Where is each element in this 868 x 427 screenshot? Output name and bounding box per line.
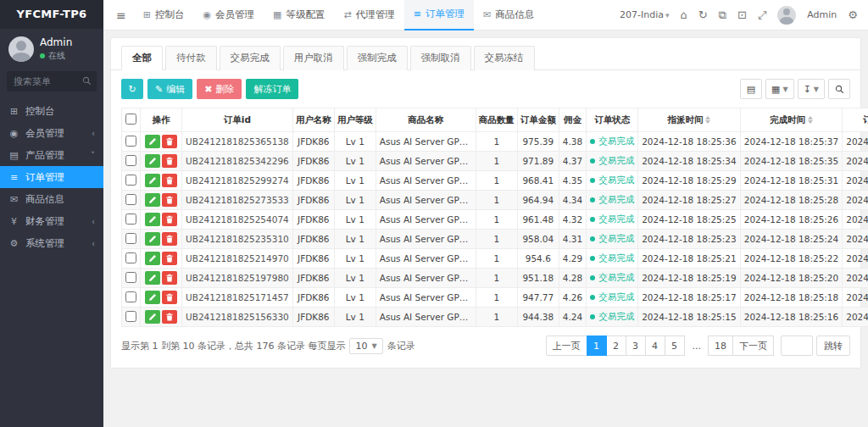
edit-row-button[interactable] xyxy=(145,213,160,226)
row-checkbox[interactable] xyxy=(125,252,136,263)
row-checkbox[interactable] xyxy=(125,272,136,283)
tab-user-cancel[interactable]: 用户取消 xyxy=(283,46,344,70)
pagination-page-3[interactable]: 3 xyxy=(626,336,646,356)
edit-row-button[interactable] xyxy=(145,193,160,207)
sidebar-item-console[interactable]: ⊞控制台 xyxy=(0,100,103,122)
column-header-assign_time[interactable]: 指派时间 xyxy=(638,108,741,132)
edit-row-button[interactable] xyxy=(145,154,160,168)
row-checkbox[interactable] xyxy=(125,233,136,244)
edit-row-button[interactable] xyxy=(145,252,160,265)
edit-row-button[interactable] xyxy=(145,135,160,148)
row-checkbox[interactable] xyxy=(125,155,136,166)
sidebar-item-system[interactable]: ⚙系统管理‹ xyxy=(0,232,103,254)
pagination-page-2[interactable]: 2 xyxy=(606,336,626,356)
export-button[interactable]: ↧▼ xyxy=(798,79,825,99)
row-checkbox[interactable] xyxy=(125,214,136,225)
tab-pending-pay[interactable]: 待付款 xyxy=(165,46,217,70)
cell-finish_time: 2024-12-18 18:25:28 xyxy=(740,191,843,210)
refresh-icon[interactable]: ↻ xyxy=(698,9,708,20)
sidebar-item-finance[interactable]: ¥财务管理‹ xyxy=(0,210,103,232)
row-checkbox[interactable] xyxy=(125,136,136,147)
top-nav-levels[interactable]: ▦等级配置 xyxy=(264,0,334,30)
sidebar-item-products[interactable]: ▤产品管理˅ xyxy=(0,144,103,166)
tab-trade-complete[interactable]: 交易完成 xyxy=(220,46,281,70)
delete-row-button[interactable] xyxy=(162,193,177,207)
pagination-page-4[interactable]: 4 xyxy=(645,336,665,356)
top-nav-label: 商品信息 xyxy=(495,8,534,21)
cell-commission: 4.38 xyxy=(559,132,586,152)
edit-button[interactable]: ✎编辑 xyxy=(147,79,192,99)
delete-row-button[interactable] xyxy=(162,213,177,226)
edit-row-button[interactable] xyxy=(145,310,160,324)
users-icon: ◉ xyxy=(8,128,19,139)
locale-selector[interactable]: 207-India▾ xyxy=(620,9,670,20)
sidebar-item-goods-info[interactable]: ✉商品信息 xyxy=(0,188,103,210)
edit-row-button[interactable] xyxy=(145,174,160,187)
chevron-down-icon: ˅ xyxy=(91,151,95,160)
fullscreen-icon[interactable]: ⤢ xyxy=(758,9,766,20)
menu-toggle-icon[interactable]: ≡ xyxy=(108,8,134,22)
unfreeze-orders-button[interactable]: 解冻订单 xyxy=(246,79,298,99)
delete-row-button[interactable] xyxy=(162,135,177,148)
delete-button[interactable]: ✖删除 xyxy=(197,79,242,99)
row-checkbox[interactable] xyxy=(125,291,136,302)
top-nav-console[interactable]: ⊞控制台 xyxy=(134,0,194,30)
page-size-select[interactable]: 10▼ xyxy=(349,338,382,354)
top-nav-goods-info[interactable]: ✉商品信息 xyxy=(474,0,543,30)
cell-assign_time: 2024-12-18 18:25:19 xyxy=(638,269,741,288)
row-checkbox[interactable] xyxy=(125,311,136,322)
pagination-prev[interactable]: 上一页 xyxy=(546,336,587,356)
top-nav-agents[interactable]: ⇄代理管理 xyxy=(334,0,403,30)
top-nav-members[interactable]: ◉会员管理 xyxy=(193,0,264,30)
pagination-page-18[interactable]: 18 xyxy=(708,336,733,356)
cell-product: Asus AI Server GPU Server ... xyxy=(376,152,476,171)
summary-text: 显示第 1 到第 10 条记录，总共 176 条记录 每页显示 xyxy=(121,340,345,352)
topbar-avatar[interactable] xyxy=(777,6,796,25)
delete-row-button[interactable] xyxy=(162,252,177,265)
tab-trade-frozen[interactable]: 交易冻结 xyxy=(474,46,535,70)
pagination-page-1[interactable]: 1 xyxy=(587,336,607,356)
edit-row-button[interactable] xyxy=(145,232,160,246)
row-checkbox[interactable] xyxy=(125,194,136,205)
delete-row-button[interactable] xyxy=(162,232,177,246)
tab-force-complete[interactable]: 强制完成 xyxy=(347,46,408,70)
home-icon[interactable]: ⌂ xyxy=(681,9,687,20)
page-jump-button[interactable]: 跳转 xyxy=(816,336,850,356)
refresh-table-button[interactable]: ↻ xyxy=(121,79,143,99)
delete-row-button[interactable] xyxy=(162,174,177,187)
cell-valid_time: 2024-12-18 18:25:24 xyxy=(843,230,868,249)
topbar-username[interactable]: Admin xyxy=(807,9,837,20)
select-all-checkbox[interactable] xyxy=(125,114,136,125)
cell-finish_time: 2024-12-18 18:25:35 xyxy=(740,152,843,171)
row-checkbox[interactable] xyxy=(125,175,136,186)
top-nav-orders[interactable]: ≡订单管理 xyxy=(404,0,474,30)
card-view-button[interactable]: ▤ xyxy=(740,79,762,99)
clear-cache-icon[interactable]: ⧉ xyxy=(719,9,726,20)
edit-row-button[interactable] xyxy=(145,291,160,304)
sidebar-item-orders[interactable]: ≡订单管理 xyxy=(0,166,103,188)
cell-finish_time: 2024-12-18 18:25:37 xyxy=(740,132,843,152)
app-logo: YFCMF-TP6 xyxy=(0,0,103,29)
sidebar-item-members[interactable]: ◉会员管理‹ xyxy=(0,122,103,144)
cell-qty: 1 xyxy=(476,269,517,288)
column-header-finish_time[interactable]: 完成时间 xyxy=(740,108,843,132)
search-toggle-button[interactable] xyxy=(828,79,850,99)
tab-force-cancel[interactable]: 强制取消 xyxy=(410,46,471,70)
pagination-page-5[interactable]: 5 xyxy=(665,336,685,356)
settings-gear-icon[interactable]: ⚙ xyxy=(848,9,858,20)
delete-row-button[interactable] xyxy=(162,154,177,168)
page-jump-input[interactable] xyxy=(781,336,813,356)
search-icon[interactable] xyxy=(82,76,92,88)
status-dot-icon xyxy=(590,197,595,202)
column-header-valid_time[interactable]: 订单有效时间 xyxy=(843,108,868,132)
tab-all[interactable]: 全部 xyxy=(121,46,163,70)
delete-row-button[interactable] xyxy=(162,291,177,304)
columns-button[interactable]: ▦▼ xyxy=(765,79,794,99)
pagination-next[interactable]: 下一页 xyxy=(732,336,774,356)
cell-commission: 4.34 xyxy=(559,191,586,210)
notifications-icon[interactable]: ⊡ xyxy=(737,9,747,20)
delete-row-button[interactable] xyxy=(162,271,177,285)
edit-row-button[interactable] xyxy=(145,271,160,285)
user-avatar[interactable] xyxy=(8,36,34,62)
delete-row-button[interactable] xyxy=(162,310,177,324)
